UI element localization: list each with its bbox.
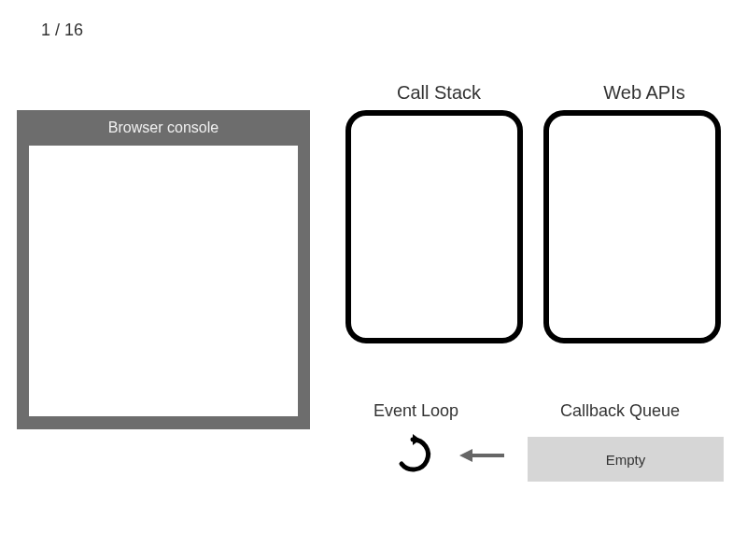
web-apis-label: Web APIs (574, 82, 714, 104)
console-output-area (29, 146, 298, 416)
console-title: Browser console (17, 110, 310, 146)
web-apis-box (543, 110, 721, 343)
callback-queue-box: Empty (528, 437, 724, 482)
event-loop-label: Event Loop (374, 401, 458, 421)
loop-icon (392, 434, 433, 475)
browser-console-panel: Browser console (17, 110, 310, 429)
svg-marker-2 (459, 449, 472, 462)
svg-marker-0 (413, 434, 420, 445)
call-stack-box (345, 110, 523, 343)
call-stack-label: Call Stack (369, 82, 509, 104)
page-counter: 1 / 16 (41, 21, 83, 40)
callback-queue-status: Empty (606, 452, 646, 468)
callback-queue-label: Callback Queue (560, 401, 680, 421)
arrow-left-icon (459, 446, 506, 465)
